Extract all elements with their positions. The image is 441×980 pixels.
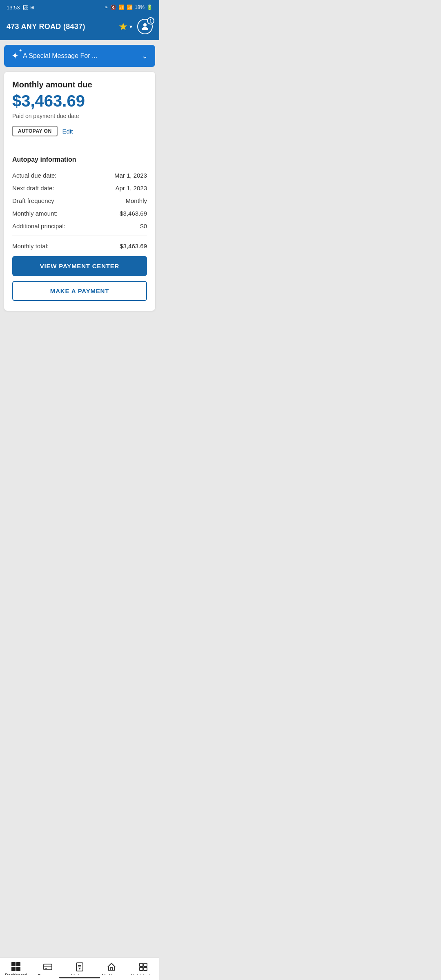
status-left: 13:53 🖼 ⊞ [7, 4, 34, 11]
photo-icon: 🖼 [22, 4, 28, 11]
view-payment-center-button[interactable]: VIEW PAYMENT CENTER [12, 256, 147, 276]
additional-principal-value: $0 [140, 223, 147, 229]
paid-on-text: Paid on payment due date [12, 113, 147, 119]
battery-level: 18% [135, 4, 145, 10]
amount-due: $3,463.69 [12, 92, 147, 110]
actual-due-date-label: Actual due date: [12, 172, 56, 179]
banner-content: ✦ ✦ A Special Message For ... [11, 51, 97, 61]
grid-icon: ⊞ [30, 4, 34, 10]
status-time: 13:53 [7, 4, 20, 11]
monthly-total-row: Monthly total: $3,463.69 [12, 239, 147, 256]
next-draft-date-label: Next draft date: [12, 185, 54, 192]
monthly-due-label: Monthly amount due [12, 80, 147, 89]
monthly-total-label: Monthly total: [12, 243, 49, 249]
actual-due-date-row: Actual due date: Mar 1, 2023 [12, 169, 147, 182]
banner-star-wrapper: ✦ ✦ [11, 51, 19, 61]
next-draft-date-value: Apr 1, 2023 [115, 185, 147, 192]
make-payment-button[interactable]: MAKE A PAYMENT [12, 281, 147, 301]
battery-icon: 🔋 [147, 4, 153, 10]
monthly-amount-label: Monthly amount: [12, 210, 58, 217]
payment-card: Monthly amount due $3,463.69 Paid on pay… [4, 72, 155, 311]
favorite-star-icon: ★ [118, 20, 128, 33]
next-draft-date-row: Next draft date: Apr 1, 2023 [12, 182, 147, 194]
additional-principal-row: Additional principal: $0 [12, 220, 147, 232]
sparkle-icon: ✦ [19, 48, 22, 53]
monthly-amount-value: $3,463.69 [120, 210, 147, 217]
draft-frequency-label: Draft frequency [12, 197, 54, 204]
autopay-row: AUTOPAY ON Edit [12, 126, 147, 136]
property-title: 473 ANY ROAD (8437) [7, 22, 85, 31]
draft-frequency-value: Monthly [125, 197, 147, 204]
signal-icon: 📶 [127, 4, 133, 10]
monthly-amount-row: Monthly amount: $3,463.69 [12, 207, 147, 220]
draft-frequency-row: Draft frequency Monthly [12, 194, 147, 207]
banner-text: A Special Message For ... [23, 52, 97, 60]
svg-point-0 [143, 23, 147, 27]
status-right: ⚭ 🔇 📶 📶 18% 🔋 [104, 4, 153, 10]
header-actions: ★ ▾ 1 [118, 19, 153, 34]
status-bar: 13:53 🖼 ⊞ ⚭ 🔇 📶 📶 18% 🔋 [0, 0, 159, 15]
app-header: 473 ANY ROAD (8437) ★ ▾ 1 [0, 15, 159, 40]
monthly-total-value: $3,463.69 [120, 243, 147, 249]
wifi-icon: 📶 [118, 4, 125, 10]
autopay-badge: AUTOPAY ON [12, 126, 58, 136]
user-avatar-container[interactable]: 1 [137, 19, 153, 34]
favorite-chevron-icon: ▾ [129, 23, 132, 30]
autopay-info-title: Autopay information [12, 156, 147, 163]
special-message-banner[interactable]: ✦ ✦ A Special Message For ... ⌄ [4, 45, 155, 67]
favorite-dropdown[interactable]: ★ ▾ [118, 20, 132, 33]
additional-principal-label: Additional principal: [12, 223, 65, 229]
notification-badge: 1 [147, 17, 154, 24]
banner-chevron-icon: ⌄ [142, 51, 148, 60]
mute-icon: 🔇 [110, 4, 116, 10]
edit-autopay-link[interactable]: Edit [62, 128, 73, 135]
actual-due-date-value: Mar 1, 2023 [114, 172, 147, 179]
bluetooth-icon: ⚭ [104, 4, 108, 10]
banner-star-icon: ✦ [11, 51, 19, 61]
divider [12, 236, 147, 236]
